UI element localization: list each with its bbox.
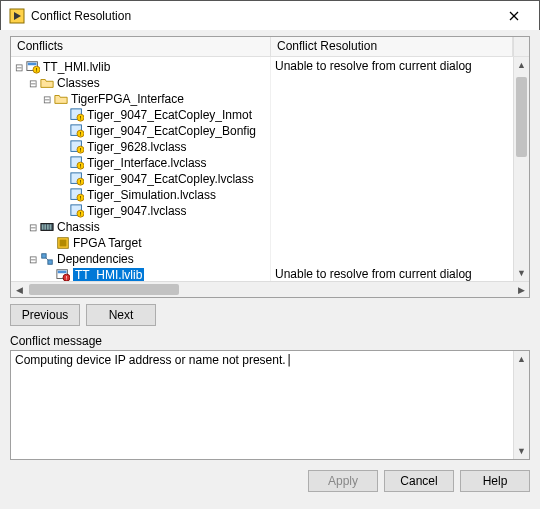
tree-class-item[interactable]: ! Tiger_9047.lvclass bbox=[11, 203, 270, 219]
horizontal-scrollbar[interactable]: ◀ ▶ bbox=[11, 281, 529, 297]
svg-line-38 bbox=[46, 258, 48, 260]
lvclass-warning-icon: ! bbox=[69, 108, 85, 122]
svg-text:!: ! bbox=[80, 114, 82, 121]
tree-classes-folder[interactable]: ⊟ TigerFPGA_Interface bbox=[11, 91, 270, 107]
tree-item-label: Chassis bbox=[57, 220, 100, 234]
svg-text:!: ! bbox=[80, 210, 82, 217]
lvlib-warning-icon: ! bbox=[25, 60, 41, 74]
svg-text:!: ! bbox=[80, 130, 82, 137]
svg-text:!: ! bbox=[66, 274, 68, 281]
tree-item-label: FPGA Target bbox=[73, 236, 141, 250]
scroll-up-icon[interactable]: ▲ bbox=[514, 57, 529, 73]
tree-class-item[interactable]: ! Tiger_9047_EcatCopley_Inmot bbox=[11, 107, 270, 123]
lvclass-warning-icon: ! bbox=[69, 172, 85, 186]
resolution-column: Unable to resolve from current dialog Un… bbox=[271, 57, 513, 281]
lvclass-warning-icon: ! bbox=[69, 140, 85, 154]
svg-rect-32 bbox=[47, 224, 49, 229]
svg-text:!: ! bbox=[80, 194, 82, 201]
titlebar: Conflict Resolution bbox=[1, 1, 539, 31]
tree-item-label: Tiger_9628.lvclass bbox=[87, 140, 187, 154]
tree-classes[interactable]: ⊟ Classes bbox=[11, 75, 270, 91]
scroll-down-icon[interactable]: ▼ bbox=[514, 265, 529, 281]
conflicts-panel: Conflicts Conflict Resolution ⊟ ! TT_HMI… bbox=[10, 36, 530, 298]
conflict-message-text[interactable]: Computing device IP address or name not … bbox=[15, 353, 286, 367]
vertical-scrollbar[interactable]: ▲ ▼ bbox=[513, 57, 529, 281]
tree-item-label: Tiger_9047_EcatCopley.lvclass bbox=[87, 172, 254, 186]
expander-icon[interactable]: ⊟ bbox=[27, 78, 39, 89]
tree-item-label: TT_HMI.lvlib bbox=[73, 268, 144, 281]
tree-item-label: Tiger_9047_EcatCopley_Inmot bbox=[87, 108, 252, 122]
svg-rect-37 bbox=[48, 260, 52, 264]
cancel-button[interactable]: Cancel bbox=[384, 470, 454, 492]
fpga-icon bbox=[55, 236, 71, 250]
scroll-thumb[interactable] bbox=[516, 77, 527, 157]
svg-rect-36 bbox=[42, 254, 46, 258]
expander-icon[interactable]: ⊟ bbox=[27, 222, 39, 233]
expander-icon[interactable]: ⊟ bbox=[13, 62, 25, 73]
tree-class-item[interactable]: ! Tiger_9047_EcatCopley.lvclass bbox=[11, 171, 270, 187]
col-conflicts-header[interactable]: Conflicts bbox=[11, 37, 271, 56]
svg-text:!: ! bbox=[80, 162, 82, 169]
svg-rect-40 bbox=[58, 271, 67, 274]
svg-text:!: ! bbox=[80, 178, 82, 185]
svg-rect-31 bbox=[44, 224, 46, 229]
conflicts-tree[interactable]: ⊟ ! TT_HMI.lvlib ⊟ Classes ⊟ bbox=[11, 57, 271, 281]
tree-dependencies[interactable]: ⊟ Dependencies bbox=[11, 251, 270, 267]
tree-item-label: TT_HMI.lvlib bbox=[43, 60, 110, 74]
tree-class-item[interactable]: ! Tiger_9628.lvclass bbox=[11, 139, 270, 155]
svg-rect-30 bbox=[42, 224, 44, 229]
tree-item-label: Tiger_9047.lvclass bbox=[87, 204, 187, 218]
lvlib-error-icon: ! bbox=[55, 268, 71, 281]
close-button[interactable] bbox=[493, 2, 535, 30]
folder-icon bbox=[53, 92, 69, 106]
tree-item-label: Dependencies bbox=[57, 252, 134, 266]
col-resolution-header[interactable]: Conflict Resolution bbox=[271, 37, 513, 56]
column-headers: Conflicts Conflict Resolution bbox=[11, 37, 529, 57]
previous-button[interactable]: Previous bbox=[10, 304, 80, 326]
text-caret: | bbox=[286, 353, 293, 367]
window-title: Conflict Resolution bbox=[31, 9, 493, 23]
tree-class-item[interactable]: ! Tiger_9047_EcatCopley_Bonfig bbox=[11, 123, 270, 139]
tree-root[interactable]: ⊟ ! TT_HMI.lvlib bbox=[11, 59, 270, 75]
lvclass-warning-icon: ! bbox=[69, 124, 85, 138]
apply-button[interactable]: Apply bbox=[308, 470, 378, 492]
scroll-left-icon[interactable]: ◀ bbox=[11, 282, 27, 297]
tree-item-label: Classes bbox=[57, 76, 100, 90]
expander-icon[interactable]: ⊟ bbox=[41, 94, 53, 105]
help-button[interactable]: Help bbox=[460, 470, 530, 492]
svg-rect-5 bbox=[28, 63, 37, 66]
app-icon bbox=[9, 8, 25, 24]
scroll-up-icon[interactable]: ▲ bbox=[514, 351, 529, 367]
scroll-thumb[interactable] bbox=[29, 284, 179, 295]
expander-icon[interactable]: ⊟ bbox=[27, 254, 39, 265]
lvclass-warning-icon: ! bbox=[69, 188, 85, 202]
tree-item-label: Tiger_Interface.lvclass bbox=[87, 156, 207, 170]
tree-item-label: Tiger_9047_EcatCopley_Bonfig bbox=[87, 124, 256, 138]
lvclass-warning-icon: ! bbox=[69, 204, 85, 218]
svg-text:!: ! bbox=[80, 146, 82, 153]
tree-chassis[interactable]: ⊟ Chassis bbox=[11, 219, 270, 235]
folder-icon bbox=[39, 76, 55, 90]
svg-text:!: ! bbox=[36, 66, 38, 73]
conflict-message-panel: Computing device IP address or name not … bbox=[10, 350, 530, 460]
svg-rect-33 bbox=[50, 224, 52, 229]
message-scrollbar[interactable]: ▲ ▼ bbox=[513, 351, 529, 459]
tree-dep-item[interactable]: ! TT_HMI.lvlib bbox=[11, 267, 270, 281]
svg-rect-35 bbox=[60, 240, 67, 247]
conflict-message-label: Conflict message bbox=[10, 334, 530, 348]
scroll-down-icon[interactable]: ▼ bbox=[514, 443, 529, 459]
scroll-right-icon[interactable]: ▶ bbox=[513, 282, 529, 297]
tree-class-item[interactable]: ! Tiger_Interface.lvclass bbox=[11, 155, 270, 171]
tree-item-label: Tiger_Simulation.lvclass bbox=[87, 188, 216, 202]
dependencies-icon bbox=[39, 252, 55, 266]
tree-fpga[interactable]: FPGA Target bbox=[11, 235, 270, 251]
lvclass-warning-icon: ! bbox=[69, 156, 85, 170]
resolution-text: Unable to resolve from current dialog bbox=[275, 59, 509, 75]
next-button[interactable]: Next bbox=[86, 304, 156, 326]
chassis-icon bbox=[39, 220, 55, 234]
tree-class-item[interactable]: ! Tiger_Simulation.lvclass bbox=[11, 187, 270, 203]
resolution-text: Unable to resolve from current dialog bbox=[275, 267, 509, 281]
tree-item-label: TigerFPGA_Interface bbox=[71, 92, 184, 106]
